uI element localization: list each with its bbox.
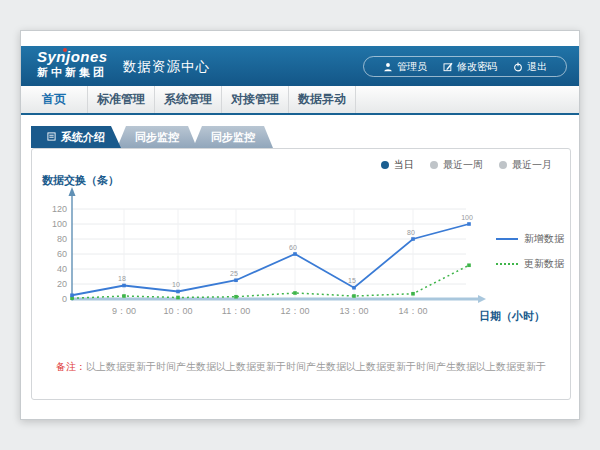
user-icon bbox=[383, 62, 393, 72]
footnote-prefix: 备注： bbox=[56, 361, 86, 372]
filter-today-radio[interactable]: 当日 bbox=[381, 158, 414, 172]
tab-sync-monitor-1[interactable]: 同步监控 bbox=[117, 126, 197, 148]
footnote-text: 以上数据更新于时间产生数据以上数据更新于时间产生数据以上数据更新于时间产生数据以… bbox=[86, 361, 546, 372]
svg-text:40: 40 bbox=[57, 264, 67, 274]
svg-text:80: 80 bbox=[407, 229, 415, 236]
filter-label: 最近一月 bbox=[512, 158, 552, 172]
svg-text:100: 100 bbox=[52, 219, 67, 229]
svg-text:20: 20 bbox=[57, 279, 67, 289]
dotted-line-icon bbox=[496, 263, 518, 265]
solid-line-icon bbox=[496, 238, 518, 240]
main-nav: 首页 标准管理 系统管理 对接管理 数据异动 bbox=[21, 86, 579, 115]
svg-text:25: 25 bbox=[230, 270, 238, 277]
footnote: 备注：以上数据更新于时间产生数据以上数据更新于时间产生数据以上数据更新于时间产生… bbox=[32, 360, 570, 374]
time-range-filters: 当日 最近一周 最近一月 bbox=[381, 158, 552, 172]
app-header: Synjones 新中新集团 数据资源中心 管理员 修改密码 bbox=[21, 46, 579, 86]
svg-text:12：00: 12：00 bbox=[280, 306, 309, 316]
nav-item-standard-mgmt[interactable]: 标准管理 bbox=[88, 86, 155, 113]
tab-sync-monitor-2[interactable]: 同步监控 bbox=[193, 126, 273, 148]
logo-red-dot-icon bbox=[63, 48, 67, 52]
filter-label: 最近一周 bbox=[443, 158, 483, 172]
tab-system-intro[interactable]: 系统介绍 bbox=[31, 126, 121, 148]
tab-label: 同步监控 bbox=[135, 130, 179, 145]
logout-button[interactable]: 退出 bbox=[505, 60, 555, 74]
svg-text:100: 100 bbox=[461, 214, 473, 221]
svg-text:15: 15 bbox=[348, 277, 356, 284]
edit-icon bbox=[443, 62, 453, 72]
tab-label: 系统介绍 bbox=[61, 130, 105, 145]
legend-label: 更新数据 bbox=[524, 257, 564, 271]
nav-item-data-change[interactable]: 数据异动 bbox=[289, 86, 356, 113]
app-window: Synjones 新中新集团 数据资源中心 管理员 修改密码 bbox=[20, 30, 580, 420]
svg-text:60: 60 bbox=[57, 249, 67, 259]
svg-text:10: 10 bbox=[172, 281, 180, 288]
chart-legend: 新增数据 更新数据 bbox=[496, 232, 564, 271]
svg-text:9：00: 9：00 bbox=[112, 306, 136, 316]
svg-text:13：00: 13：00 bbox=[339, 306, 368, 316]
document-icon bbox=[47, 131, 56, 143]
user-label: 管理员 bbox=[397, 60, 427, 74]
svg-text:0: 0 bbox=[62, 294, 67, 304]
filter-last-week-radio[interactable]: 最近一周 bbox=[430, 158, 483, 172]
tab-label: 同步监控 bbox=[211, 130, 255, 145]
company-logo: Synjones 新中新集团 bbox=[37, 49, 108, 78]
change-password-label: 修改密码 bbox=[457, 60, 497, 74]
filter-label: 当日 bbox=[394, 158, 414, 172]
radio-selected-icon bbox=[381, 161, 389, 169]
desktop-background: Synjones 新中新集团 数据资源中心 管理员 修改密码 bbox=[0, 0, 600, 450]
svg-text:10：00: 10：00 bbox=[163, 306, 192, 316]
logo-subtitle: 新中新集团 bbox=[37, 66, 108, 78]
filter-last-month-radio[interactable]: 最近一月 bbox=[499, 158, 552, 172]
radio-icon bbox=[499, 161, 507, 169]
admin-user-button[interactable]: 管理员 bbox=[375, 60, 435, 74]
y-axis-title: 数据交换（条） bbox=[42, 173, 119, 188]
tab-bar: 系统介绍 同步监控 同步监控 bbox=[31, 126, 273, 148]
legend-updated-data[interactable]: 更新数据 bbox=[496, 257, 564, 271]
svg-text:60: 60 bbox=[289, 244, 297, 251]
user-toolbar: 管理员 修改密码 退出 bbox=[363, 56, 567, 77]
power-icon bbox=[513, 62, 523, 72]
legend-label: 新增数据 bbox=[524, 232, 564, 246]
page-title: 数据资源中心 bbox=[123, 58, 210, 76]
legend-new-data[interactable]: 新增数据 bbox=[496, 232, 564, 246]
logo-text: Synjones bbox=[37, 49, 108, 66]
svg-text:14：00: 14：00 bbox=[398, 306, 427, 316]
chart-panel: 当日 最近一周 最近一月 数据交换（条） 日期（小时） 020406080100… bbox=[31, 148, 571, 400]
change-password-button[interactable]: 修改密码 bbox=[435, 60, 505, 74]
nav-item-interface-mgmt[interactable]: 对接管理 bbox=[222, 86, 289, 113]
svg-text:80: 80 bbox=[57, 234, 67, 244]
svg-text:120: 120 bbox=[52, 204, 67, 214]
svg-text:11：00: 11：00 bbox=[222, 306, 250, 316]
logout-label: 退出 bbox=[527, 60, 547, 74]
nav-item-home[interactable]: 首页 bbox=[21, 86, 88, 113]
svg-text:18: 18 bbox=[118, 275, 126, 282]
radio-icon bbox=[430, 161, 438, 169]
x-axis-title: 日期（小时） bbox=[479, 309, 545, 324]
nav-item-system-mgmt[interactable]: 系统管理 bbox=[155, 86, 222, 113]
